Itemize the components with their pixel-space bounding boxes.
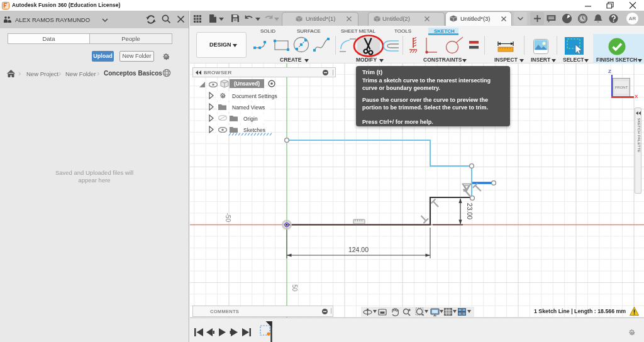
svg-text:23.00: 23.00 xyxy=(466,203,474,219)
svg-text:-50: -50 xyxy=(225,213,231,223)
svg-text:124.00: 124.00 xyxy=(348,246,369,253)
svg-text:50: 50 xyxy=(291,284,298,292)
